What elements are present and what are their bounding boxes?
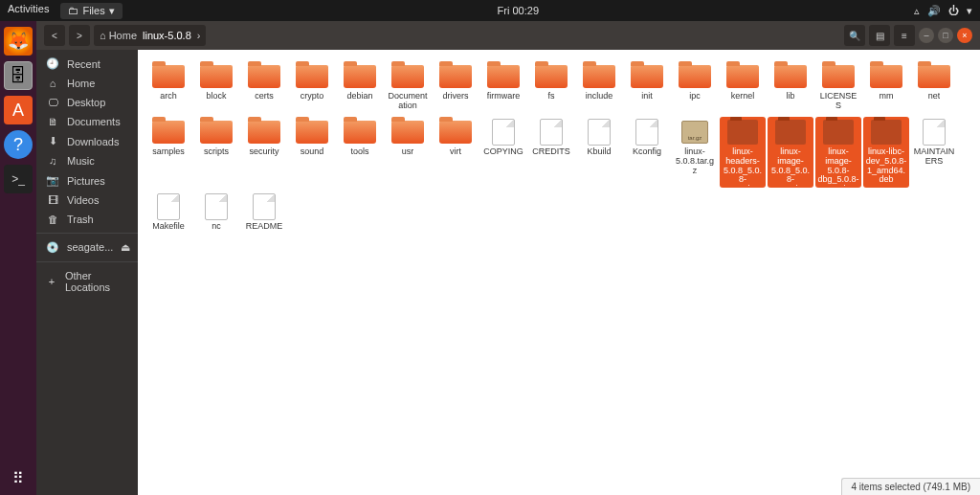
file-item[interactable]: README [241, 191, 287, 234]
terminal-launcher[interactable]: >_ [4, 165, 33, 193]
file-label: drivers [442, 92, 468, 101]
folder-item[interactable]: virt [433, 117, 479, 188]
folder-item[interactable]: lib [768, 61, 813, 113]
folder-item[interactable]: net [911, 61, 957, 113]
sidebar-item-documents[interactable]: 🗎Documents [36, 112, 138, 131]
minimize-button[interactable]: – [919, 28, 934, 43]
active-app-indicator[interactable]: 🗀 Files ▾ [60, 3, 122, 19]
places-sidebar: 🕘Recent⌂Home🖵Desktop🗎Documents⬇Downloads… [36, 50, 138, 495]
folder-icon [296, 65, 328, 88]
file-item[interactable]: CREDITS [528, 117, 574, 188]
sidebar-item-downloads[interactable]: ⬇Downloads [36, 131, 138, 151]
sidebar-item-desktop[interactable]: 🖵Desktop [36, 93, 138, 112]
archive-item[interactable]: tar.gzlinux-5.0.8.tar.gz [672, 117, 718, 188]
deb-item[interactable]: linux-libc-dev_5.0.8-1_amd64.deb [863, 117, 909, 188]
sidebar-item-home[interactable]: ⌂Home [36, 74, 138, 93]
file-item[interactable]: nc [193, 191, 239, 234]
folder-item[interactable]: kernel [720, 61, 766, 113]
sidebar-item-music[interactable]: ♫Music [36, 151, 138, 170]
sidebar-item-trash[interactable]: 🗑Trash [36, 210, 138, 229]
folder-item[interactable]: certs [241, 61, 287, 113]
file-item[interactable]: Makefile [145, 191, 191, 234]
sidebar-device[interactable]: 💿seagate...⏏ [36, 237, 138, 258]
activities-button[interactable]: Activities [8, 3, 49, 19]
file-item[interactable]: Kbuild [576, 117, 622, 188]
file-label: usr [402, 147, 414, 157]
sidebar-item-videos[interactable]: 🎞Videos [36, 191, 138, 210]
deb-item[interactable]: linux-image-5.0.8_5.0.8-1_amd64.deb [768, 117, 813, 188]
folder-item[interactable]: arch [145, 61, 191, 113]
folder-item[interactable]: fs [528, 61, 574, 113]
folder-item[interactable]: init [624, 61, 670, 113]
file-item[interactable]: COPYING [480, 117, 526, 188]
folder-icon [296, 121, 328, 144]
folder-icon [344, 121, 376, 144]
show-apps-button[interactable]: ⠿ [12, 469, 24, 487]
folder-item[interactable]: usr [385, 117, 431, 188]
folder-item[interactable]: mm [863, 61, 909, 113]
deb-item[interactable]: linux-headers-5.0.8_5.0.8-1_amd64.deb [720, 117, 766, 188]
file-icon [253, 193, 276, 220]
folder-item[interactable]: sound [289, 117, 335, 188]
hamburger-menu-button[interactable]: ≡ [894, 25, 915, 46]
folder-icon [152, 121, 185, 144]
file-label: LICENSES [817, 92, 859, 111]
sidebar-icon: 🖵 [46, 97, 59, 108]
folder-item[interactable]: security [241, 117, 287, 188]
folder-item[interactable]: block [193, 61, 239, 113]
folder-item[interactable]: scripts [193, 117, 239, 188]
eject-icon[interactable]: ⏏ [121, 241, 130, 254]
chevron-down-icon[interactable]: ▾ [967, 5, 972, 17]
folder-icon [200, 121, 233, 144]
path-current[interactable]: linux-5.0.8 [143, 30, 191, 41]
folder-item[interactable]: drivers [433, 61, 479, 113]
power-icon[interactable]: ⏻ [948, 5, 959, 16]
path-bar: ⌂ Home linux-5.0.8 › [94, 25, 206, 46]
file-item[interactable]: MAINTAINERS [911, 117, 957, 188]
file-grid[interactable]: archblockcertscryptodebianDocumentationd… [138, 50, 980, 495]
file-label: MAINTAINERS [913, 147, 955, 167]
file-label: init [641, 92, 653, 101]
files-launcher[interactable]: 🗄 [4, 61, 33, 90]
folder-item[interactable]: tools [337, 117, 383, 188]
network-icon[interactable]: ▵ [914, 5, 920, 17]
path-home[interactable]: ⌂ Home [100, 30, 137, 41]
active-app-label: Files [82, 5, 104, 16]
close-button[interactable]: × [957, 28, 972, 43]
file-label: Documentation [387, 92, 429, 111]
forward-button[interactable]: > [69, 25, 90, 46]
folder-item[interactable]: firmware [480, 61, 526, 113]
sidebar-label: Pictures [67, 175, 105, 187]
deb-item[interactable]: linux-image-5.0.8-dbg_5.0.8-1_amd64.deb [815, 117, 861, 188]
sidebar-other-locations[interactable]: +Other Locations [36, 266, 138, 297]
folder-item[interactable]: LICENSES [815, 61, 861, 113]
sidebar-label: Other Locations [65, 270, 128, 293]
folder-item[interactable]: crypto [289, 61, 335, 113]
folder-item[interactable]: Documentation [385, 61, 431, 113]
software-launcher[interactable]: A [4, 96, 33, 124]
back-button[interactable]: < [44, 25, 65, 46]
folder-item[interactable]: ipc [672, 61, 718, 113]
sidebar-icon: 🎞 [46, 194, 59, 206]
file-label: net [928, 92, 941, 101]
file-label: samples [152, 147, 185, 157]
sidebar-item-pictures[interactable]: 📷Pictures [36, 170, 138, 191]
help-launcher[interactable]: ? [4, 130, 33, 159]
view-options-button[interactable]: ▤ [869, 25, 890, 46]
file-item[interactable]: Kconfig [624, 117, 670, 188]
clock[interactable]: Fri 00:29 [122, 5, 914, 16]
folder-item[interactable]: samples [145, 117, 191, 188]
volume-icon[interactable]: 🔊 [927, 5, 941, 17]
firefox-launcher[interactable]: 🦊 [4, 27, 33, 56]
folder-item[interactable]: include [576, 61, 622, 113]
files-window: < > ⌂ Home linux-5.0.8 › 🔍 ▤ ≡ – □ × 🕘Re… [36, 21, 980, 495]
file-icon [635, 119, 658, 146]
sidebar-label: Videos [67, 194, 99, 206]
search-button[interactable]: 🔍 [844, 25, 865, 46]
folder-icon [344, 65, 376, 88]
sidebar-label: Downloads [67, 136, 119, 147]
maximize-button[interactable]: □ [938, 28, 953, 43]
file-label: security [249, 147, 278, 157]
sidebar-item-recent[interactable]: 🕘Recent [36, 54, 138, 74]
folder-item[interactable]: debian [337, 61, 383, 113]
